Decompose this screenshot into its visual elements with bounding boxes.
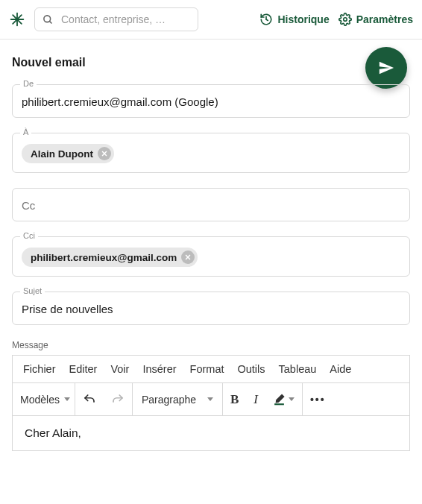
message-body[interactable]: Cher Alain, [13, 416, 409, 450]
gear-icon [338, 13, 352, 26]
app-logo-icon [9, 11, 25, 28]
menu-edit[interactable]: Editer [69, 363, 98, 375]
page-title: Nouvel email [12, 56, 410, 69]
chevron-down-icon [289, 397, 295, 401]
svg-rect-13 [274, 403, 284, 405]
undo-button[interactable] [75, 383, 104, 415]
history-icon [259, 13, 273, 26]
menu-format[interactable]: Format [190, 363, 224, 375]
menu-insert[interactable]: Insérer [142, 363, 176, 375]
cc-field[interactable]: Cc [12, 188, 410, 221]
redo-icon [111, 393, 125, 406]
italic-icon: I [253, 392, 258, 407]
menu-file[interactable]: Fichier [23, 363, 56, 375]
block-format-label: Paragraphe [142, 394, 196, 406]
subject-field[interactable]: Sujet Prise de nouvelles [12, 292, 410, 325]
subject-value: Prise de nouvelles [22, 303, 400, 315]
templates-dropdown[interactable]: Modèles [13, 383, 75, 415]
editor-menubar: Fichier Editer Voir Insérer Format Outil… [13, 356, 409, 383]
search-icon [42, 14, 54, 25]
highlight-icon [273, 393, 286, 406]
rich-text-editor: Fichier Editer Voir Insérer Format Outil… [12, 355, 410, 451]
menu-view[interactable]: Voir [110, 363, 129, 375]
close-icon [184, 253, 192, 261]
more-tools-button[interactable]: ••• [303, 383, 333, 415]
recipient-chip[interactable]: Alain Dupont [22, 144, 114, 163]
text-color-button[interactable] [265, 383, 302, 415]
from-label: De [20, 79, 37, 88]
bcc-chip[interactable]: philibert.cremieux@gmail.com [22, 248, 198, 267]
settings-label: Paramètres [356, 13, 413, 25]
bcc-field[interactable]: Cci philibert.cremieux@gmail.com [12, 236, 410, 277]
chip-remove-button[interactable] [181, 251, 195, 264]
block-format-dropdown[interactable]: Paragraphe [133, 383, 222, 415]
templates-label: Modèles [20, 394, 60, 406]
menu-tools[interactable]: Outils [237, 363, 265, 375]
send-button[interactable] [365, 47, 407, 89]
bold-icon: B [230, 392, 239, 407]
from-field[interactable]: De philibert.cremieux@gmail.com (Google) [12, 84, 410, 118]
menu-help[interactable]: Aide [330, 363, 351, 375]
close-icon [101, 150, 108, 157]
chevron-down-icon [64, 397, 70, 401]
svg-point-8 [343, 18, 347, 22]
chevron-down-icon [207, 397, 213, 401]
recipient-chip-label: Alain Dupont [31, 148, 93, 160]
message-label: Message [12, 340, 410, 350]
menu-table[interactable]: Tableau [279, 363, 317, 375]
svg-line-5 [49, 21, 51, 23]
redo-button[interactable] [104, 383, 132, 415]
compose-pane: Nouvel email De philibert.cremieux@gmail… [0, 40, 422, 463]
to-field[interactable]: À Alain Dupont [12, 133, 410, 173]
italic-button[interactable]: I [246, 383, 265, 415]
history-link[interactable]: Historique [259, 13, 329, 26]
chip-remove-button[interactable] [98, 147, 111, 160]
settings-link[interactable]: Paramètres [338, 13, 413, 26]
cc-placeholder: Cc [22, 199, 400, 212]
bcc-chip-label: philibert.cremieux@gmail.com [31, 252, 177, 263]
top-bar: Historique Paramètres [0, 0, 422, 40]
from-value: philibert.cremieux@gmail.com (Google) [22, 95, 400, 108]
search-box[interactable] [34, 7, 198, 31]
bold-button[interactable]: B [223, 383, 246, 415]
to-label: À [20, 127, 31, 136]
subject-label: Sujet [20, 286, 45, 295]
svg-point-4 [44, 15, 51, 22]
bcc-label: Cci [20, 231, 38, 240]
history-label: Historique [277, 13, 329, 25]
search-input[interactable] [60, 13, 190, 26]
editor-toolbar: Modèles Paragraphe B [13, 383, 409, 416]
undo-icon [83, 393, 96, 406]
svg-line-7 [266, 19, 268, 21]
send-icon [378, 60, 394, 76]
more-icon: ••• [310, 394, 326, 406]
